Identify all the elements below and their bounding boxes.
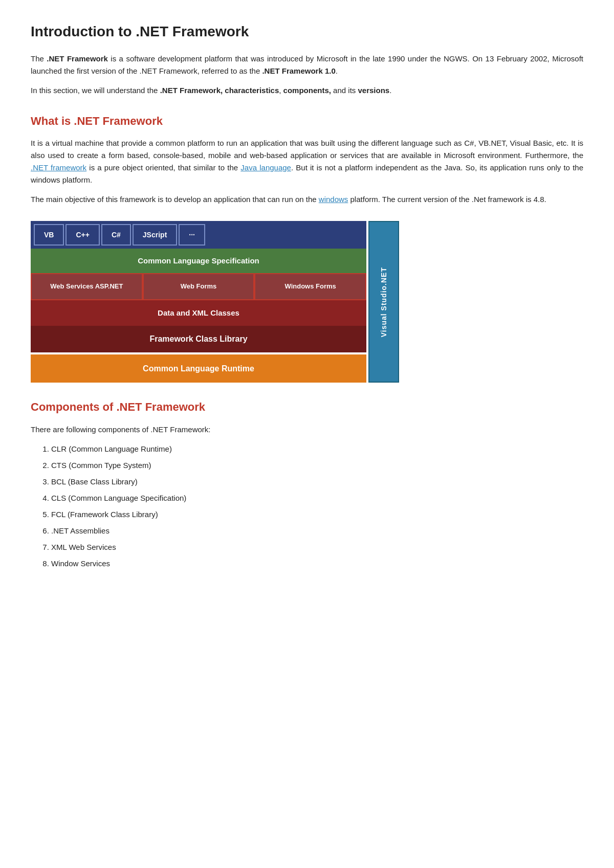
web-services-label: Web Services ASP.NET: [50, 281, 123, 292]
intro-bold-2: .NET Framework 1.0: [262, 66, 335, 75]
language-row: VB C++ C# JScript ···: [31, 221, 366, 249]
fcl-row: Framework Class Library: [31, 326, 366, 352]
lang-more: ···: [179, 224, 205, 246]
list-item: FCL (Framework Class Library): [51, 508, 583, 521]
list-item: CLS (Common Language Specification): [51, 492, 583, 504]
visual-studio-label: Visual Studio.NET: [378, 267, 389, 337]
section1-heading: What is .NET Framework: [31, 112, 583, 130]
intro-text-5: ,: [279, 86, 283, 95]
diagram-main: VB C++ C# JScript ··· Common Language Sp…: [31, 221, 366, 383]
lang-cpp: C++: [65, 224, 99, 246]
lang-vb: VB: [34, 224, 64, 246]
section1-paragraph-1: It is a virtual machine that provide a c…: [31, 137, 583, 186]
visual-studio-side: Visual Studio.NET: [368, 221, 399, 383]
data-xml-row: Data and XML Classes: [31, 300, 366, 326]
list-item: CTS (Common Type System): [51, 459, 583, 472]
windows-forms-label: Windows Forms: [285, 281, 336, 292]
lang-jscript: JScript: [133, 224, 177, 246]
section2-intro: There are following components of .NET F…: [31, 424, 583, 436]
intro-bold-4: components,: [283, 86, 331, 95]
intro-text-3: .: [336, 66, 338, 75]
cls-row: Common Language Specification: [31, 249, 366, 273]
intro-text-1: The: [31, 54, 47, 63]
net-framework-diagram: VB C++ C# JScript ··· Common Language Sp…: [31, 221, 399, 383]
java-language-link[interactable]: Java language: [240, 163, 291, 172]
clr-row: Common Language Runtime: [31, 354, 366, 383]
section1-paragraph-2: The main objective of this framework is …: [31, 193, 583, 206]
intro-paragraph-2: In this section, we will understand the …: [31, 84, 583, 97]
intro-bold-5: versions: [358, 86, 389, 95]
list-item: Window Services: [51, 558, 583, 570]
web-forms-label: Web Forms: [181, 281, 217, 292]
components-list: CLR (Common Language Runtime) CTS (Commo…: [51, 443, 583, 570]
s1p2-text1: The main objective of this framework is …: [31, 195, 319, 204]
intro-text-7: .: [389, 86, 391, 95]
intro-text-4: In this section, we will understand the: [31, 86, 160, 95]
intro-bold-3: .NET Framework, characteristics: [160, 86, 279, 95]
lang-csharp: C#: [101, 224, 131, 246]
s1p2-text2: platform. The current version of the .Ne…: [348, 195, 546, 204]
page-title: Introduction to .NET Framework: [31, 20, 583, 43]
windows-forms-box: Windows Forms: [254, 273, 366, 300]
list-item: .NET Assemblies: [51, 525, 583, 537]
s1p1-text1: It is a virtual machine that provide a c…: [31, 139, 583, 160]
section2-heading: Components of .NET Framework: [31, 398, 583, 416]
intro-bold-1: .NET Framework: [47, 54, 108, 63]
s1p1-text2: is a pure object oriented, that similar …: [86, 163, 240, 172]
list-item: CLR (Common Language Runtime): [51, 443, 583, 455]
web-services-box: Web Services ASP.NET: [31, 273, 143, 300]
list-item: BCL (Base Class Library): [51, 476, 583, 488]
web-forms-box: Web Forms: [143, 273, 255, 300]
intro-text-6: and its: [331, 86, 358, 95]
intro-paragraph-1: The .NET Framework is a software develop…: [31, 53, 583, 77]
windows-link[interactable]: windows: [319, 195, 348, 204]
list-item: XML Web Services: [51, 541, 583, 553]
services-row: Web Services ASP.NET Web Forms Windows F…: [31, 273, 366, 300]
net-framework-link[interactable]: .NET framework: [31, 163, 86, 172]
